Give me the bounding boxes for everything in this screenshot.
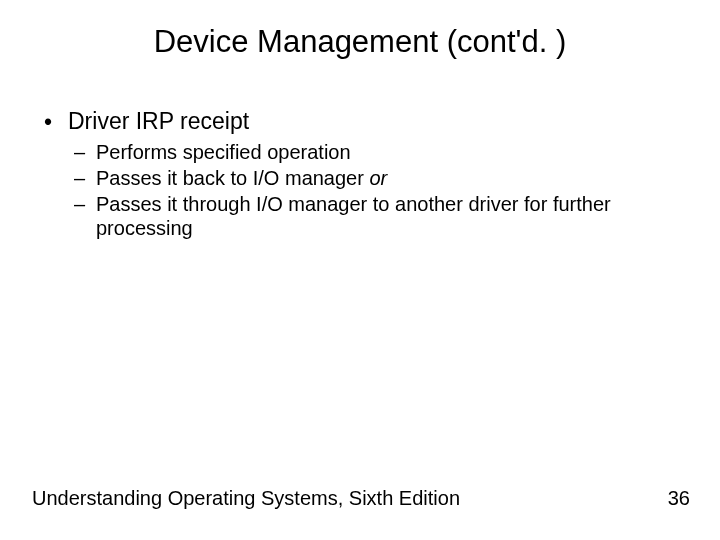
italic-word: or [369,167,387,189]
bullet-level2: – Passes it through I/O manager to anoth… [40,192,680,240]
bullet-level1-text: Driver IRP receipt [68,108,249,134]
bullet-dot-icon: • [44,109,52,135]
slide-title: Device Management (cont'd. ) [0,24,720,60]
bullet-level2-text: Performs specified operation [96,141,351,163]
bullet-level1: • Driver IRP receipt [40,108,680,134]
slide-body: • Driver IRP receipt – Performs specifie… [40,108,680,242]
bullet-level2: – Performs specified operation [40,140,680,164]
bullet-level2: – Passes it back to I/O manager or [40,166,680,190]
slide: Device Management (cont'd. ) • Driver IR… [0,0,720,540]
page-number: 36 [668,487,690,510]
bullet-level2-text: Passes it through I/O manager to another… [96,193,611,239]
dash-icon: – [74,140,85,164]
dash-icon: – [74,166,85,190]
dash-icon: – [74,192,85,216]
footer-text: Understanding Operating Systems, Sixth E… [32,487,460,510]
bullet-level2-text: Passes it back to I/O manager [96,167,369,189]
